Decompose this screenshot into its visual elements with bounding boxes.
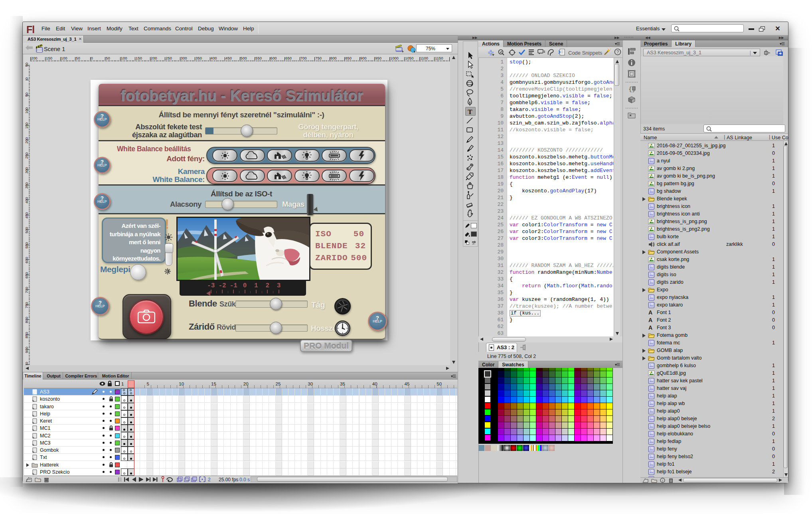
- svg-text:i: i: [662, 478, 663, 482]
- svg-text:T: T: [468, 108, 472, 116]
- svg-text:?: ?: [616, 49, 619, 54]
